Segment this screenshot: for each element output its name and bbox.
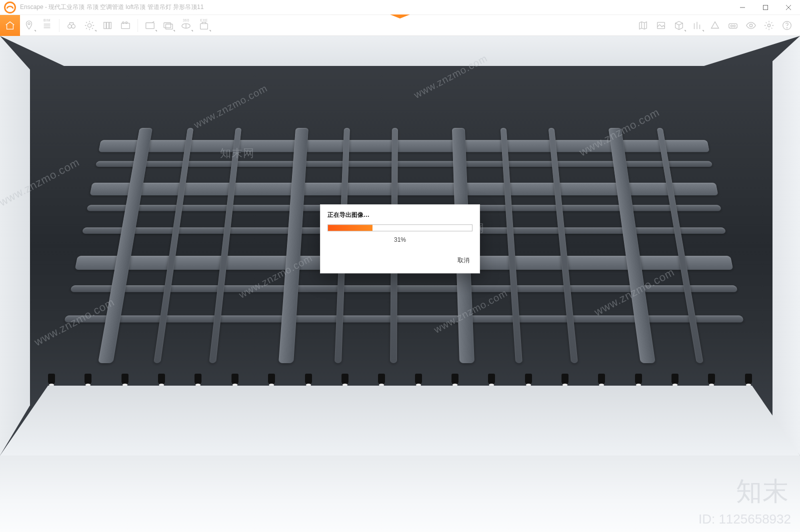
exe-export-button[interactable]: EXE — [196, 17, 212, 33]
svg-point-5 — [28, 22, 30, 24]
svg-rect-15 — [122, 23, 130, 28]
settings-button[interactable] — [761, 17, 777, 33]
home-button[interactable] — [0, 15, 20, 36]
batch-render-button[interactable] — [160, 17, 176, 33]
watermark-brand-large: 知末 — [736, 474, 789, 509]
render-viewport[interactable]: www.znzmo.com www.znzmo.com www.znzmo.co… — [0, 36, 800, 456]
window-minimize-button[interactable] — [731, 0, 754, 15]
svg-rect-18 — [146, 22, 154, 28]
toolbar-left-group: BIM — [0, 15, 213, 35]
progress-bar — [328, 224, 472, 231]
track-light-row — [48, 374, 752, 389]
svg-point-10 — [72, 24, 75, 28]
pin-location-button[interactable] — [21, 17, 37, 33]
map-button[interactable] — [635, 17, 651, 33]
help-button[interactable] — [779, 17, 795, 33]
svg-rect-22 — [200, 23, 208, 29]
svg-point-17 — [126, 21, 128, 23]
image-overlay-button[interactable] — [653, 17, 669, 33]
watermark-id: ID: 1125658932 — [698, 512, 791, 527]
cancel-button[interactable]: 取消 — [454, 254, 472, 267]
sun-settings-button[interactable] — [82, 17, 98, 33]
toolbar-right-group — [634, 15, 800, 35]
screenshot-button[interactable] — [142, 17, 158, 33]
binoculars-button[interactable] — [64, 17, 80, 33]
vr-button[interactable] — [725, 17, 741, 33]
perspective-button[interactable] — [707, 17, 723, 33]
toolbar-center-chevron-icon — [390, 14, 410, 19]
svg-point-30 — [786, 27, 787, 28]
cube-button[interactable] — [671, 17, 687, 33]
svg-point-26 — [734, 25, 736, 27]
svg-point-27 — [750, 24, 752, 27]
window-maximize-button[interactable] — [754, 0, 777, 15]
svg-point-11 — [88, 23, 91, 27]
exe-label: EXE — [198, 18, 210, 22]
visibility-button[interactable] — [743, 17, 759, 33]
svg-rect-24 — [729, 23, 738, 28]
svg-point-0 — [5, 2, 16, 12]
main-toolbar: BIM — [0, 15, 800, 36]
bim-info-button[interactable]: BIM — [39, 17, 55, 33]
app-logo-icon — [3, 0, 17, 14]
toolbar-divider — [59, 19, 60, 32]
video-path-button[interactable] — [118, 17, 134, 33]
svg-point-28 — [768, 24, 770, 27]
svg-point-16 — [122, 21, 124, 23]
app-window: Enscape - 现代工业吊顶 吊顶 空调管道 loft吊顶 管道吊灯 异形吊… — [0, 0, 800, 532]
asset-library-button[interactable] — [100, 17, 116, 33]
svg-point-9 — [68, 24, 72, 28]
svg-rect-20 — [166, 24, 172, 29]
svg-point-25 — [730, 25, 732, 27]
toolbar-divider — [138, 19, 138, 32]
floor-light-band: 知末 ID: 1125658932 — [0, 456, 800, 532]
bim-label: BIM — [41, 18, 53, 22]
render-stage: www.znzmo.com www.znzmo.com www.znzmo.co… — [0, 36, 800, 532]
window-title: Enscape - 现代工业吊顶 吊顶 空调管道 loft吊顶 管道吊灯 异形吊… — [20, 3, 204, 11]
svg-rect-14 — [110, 22, 112, 28]
dialog-title: 正在导出图像… — [320, 205, 480, 224]
export-progress-dialog: 正在导出图像… 31% 取消 — [320, 204, 480, 273]
mono360-label: 360 — [180, 18, 192, 22]
titlebar: Enscape - 现代工业吊顶 吊顶 空调管道 loft吊顶 管道吊灯 异形吊… — [0, 0, 800, 15]
progress-bar-fill — [328, 225, 372, 231]
window-close-button[interactable] — [777, 0, 800, 15]
svg-rect-12 — [104, 22, 106, 28]
mono-360-button[interactable]: 360 — [178, 17, 194, 33]
svg-rect-2 — [764, 5, 768, 9]
svg-rect-13 — [106, 22, 109, 28]
progress-percent-label: 31% — [320, 231, 480, 251]
column-button[interactable] — [689, 17, 705, 33]
svg-rect-19 — [164, 22, 171, 27]
